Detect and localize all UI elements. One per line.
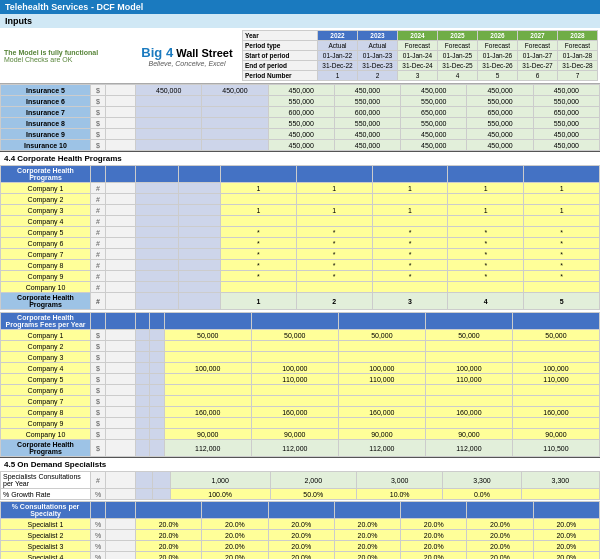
corp-fees-total: Corporate Health Programs $ 112,000112,0…	[1, 440, 600, 457]
insurance-row-6: Insurance 10 $ 450,000 450,000 450,000 4…	[1, 140, 600, 151]
page-title: Telehealth Services - DCF Model	[5, 2, 143, 12]
spec-1-pct: Specialist 1% 20.0%20.0%20.0%20.0%20.0%2…	[1, 519, 600, 530]
insurance-table: Insurance 5 $ 450,000 450,000 450,000 45…	[0, 84, 600, 151]
growth-row: % Growth Rate % 100.0%50.0%10.0%0.0%	[1, 489, 600, 500]
spec-4-pct: Specialist 4% 20.0%20.0%20.0%20.0%20.0%2…	[1, 552, 600, 560]
logo-tagline: Believe, Conceive, Excel	[134, 60, 240, 67]
corp-company-10: Company 10 #	[1, 282, 600, 293]
model-info: The Model is fully functional Model Chec…	[2, 47, 132, 65]
fees-company-6: Company 6 $	[1, 385, 600, 396]
wall-street-text: Wall Street	[176, 47, 232, 59]
spec-3-pct: Specialist 3% 20.0%20.0%20.0%20.0%20.0%2…	[1, 541, 600, 552]
fees-company-10: Company 10 $ 90,00090,00090,00090,00090,…	[1, 429, 600, 440]
spec-2-pct: Specialist 2% 20.0%20.0%20.0%20.0%20.0%2…	[1, 530, 600, 541]
insurance-row-2: Insurance 6 $ 550,000 550,000 550,000 55…	[1, 96, 600, 107]
fees-company-2: Company 2 $	[1, 341, 600, 352]
big4-text: Big 4	[141, 45, 173, 60]
header-bar: Telehealth Services - DCF Model	[0, 0, 600, 14]
corp-programs-table: Corporate Health Programs Company 1 # 11…	[0, 165, 600, 310]
model-checks: Model Checks are OK	[4, 56, 130, 63]
insurance-row-4: Insurance 8 $ 550,000 550,000 550,000 55…	[1, 118, 600, 129]
corp-company-7: Company 7 # *****	[1, 249, 600, 260]
fees-company-4: Company 4 $ 100,000100,000100,000100,000…	[1, 363, 600, 374]
insurance-row-1: Insurance 5 $ 450,000 450,000 450,000 45…	[1, 85, 600, 96]
corp-company-9: Company 9 # *****	[1, 271, 600, 282]
fees-company-8: Company 8 $ 160,000160,000160,000160,000…	[1, 407, 600, 418]
fees-company-3: Company 3 $	[1, 352, 600, 363]
fees-company-9: Company 9 $	[1, 418, 600, 429]
on-demand-table: Specialists Consultations per Year # 1,0…	[0, 471, 600, 500]
fees-company-7: Company 7 $	[1, 396, 600, 407]
fees-company-5: Company 5 $ 110,000110,000110,000110,000	[1, 374, 600, 385]
corp-fees-table: Corporate Health Programs Fees per Year …	[0, 312, 600, 457]
section-45: 4.5 On Demand Specialists	[0, 457, 600, 471]
section-44: 4.4 Corporate Health Programs	[0, 151, 600, 165]
corp-company-4: Company 4 #	[1, 216, 600, 227]
inputs-label: Inputs	[5, 16, 32, 26]
corp-programs-total: Corporate Health Programs # 12345	[1, 293, 600, 310]
corp-company-8: Company 8 # *****	[1, 260, 600, 271]
insurance-row-3: Insurance 7 $ 600,000 600,000 650,000 65…	[1, 107, 600, 118]
corp-company-2: Company 2 #	[1, 194, 600, 205]
top-section: The Model is fully functional Model Chec…	[0, 28, 600, 84]
logo-area: Big 4 Wall Street Believe, Conceive, Exc…	[132, 43, 242, 69]
consult-row: Specialists Consultations per Year # 1,0…	[1, 472, 600, 489]
insurance-row-5: Insurance 9 $ 450,000 450,000 450,000 45…	[1, 129, 600, 140]
corp-company-3: Company 3 # 11111	[1, 205, 600, 216]
spec-pct-table: % Consultations per Specialty Specialist…	[0, 501, 600, 559]
fees-company-1: Company 1 $ 50,00050,00050,00050,00050,0…	[1, 330, 600, 341]
inputs-bar: Inputs	[0, 14, 600, 28]
corp-company-5: Company 5 # *****	[1, 227, 600, 238]
corp-company-6: Company 6 # *****	[1, 238, 600, 249]
model-functional: The Model is fully functional	[4, 49, 130, 56]
year-table: Year 2022 2023 2024 2025 2026 2027 2028 …	[242, 30, 598, 81]
corp-company-1: Company 1 # 11111	[1, 183, 600, 194]
